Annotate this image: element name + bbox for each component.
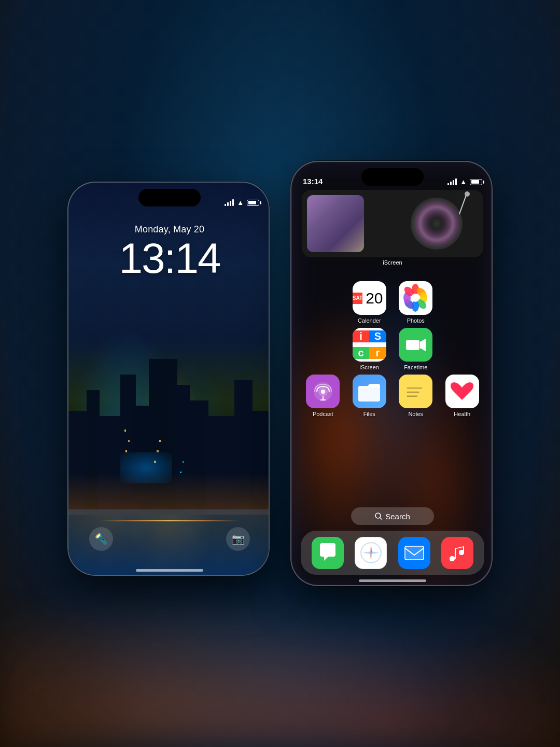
facetime-video-icon — [406, 338, 426, 352]
search-label: Search — [385, 512, 410, 521]
home-indicator — [136, 569, 203, 572]
app-row-1: SAT 20 Calender — [302, 281, 483, 324]
mail-envelope-icon — [404, 546, 424, 560]
app-empty-4 — [441, 328, 484, 370]
vinyl-widget[interactable]: vinyl — [302, 190, 483, 257]
app-photos[interactable]: Photos — [395, 281, 437, 324]
app-empty-2 — [441, 281, 484, 324]
mail-dock-icon — [398, 537, 430, 569]
app-health[interactable]: Health — [441, 375, 484, 417]
health-icon — [445, 375, 479, 408]
home-battery-icon — [470, 179, 482, 185]
calendar-day: SAT — [353, 293, 362, 304]
signal-icon — [225, 199, 234, 206]
svg-point-9 — [411, 294, 419, 302]
podcast-mic-icon — [313, 381, 333, 402]
svg-point-14 — [321, 390, 325, 394]
city-buildings — [68, 333, 270, 515]
lock-screen-phone: ▲ Monday, May 20 13:14 🔦 📷 — [67, 182, 270, 576]
app-row-3: Podcast Files — [302, 375, 483, 417]
messages-bubble-icon — [318, 543, 338, 563]
messages-dock-icon — [312, 537, 344, 569]
dock-music[interactable] — [441, 537, 473, 569]
podcast-label: Podcast — [313, 411, 333, 417]
vinyl-app-label: iScreen — [302, 259, 483, 266]
notes-label: Notes — [408, 411, 423, 417]
app-iscreen[interactable]: i S c r iScreen — [348, 328, 391, 370]
podcast-icon — [306, 375, 340, 408]
search-pill[interactable]: Search — [351, 507, 434, 525]
torch-icon: 🔦 — [95, 533, 108, 545]
lock-time: 13:14 — [68, 237, 270, 280]
dock-messages[interactable] — [312, 537, 344, 569]
calendar-label: Calender — [358, 317, 381, 324]
torch-button[interactable]: 🔦 — [89, 527, 113, 551]
app-row-2: i S c r iScreen Facetime — [302, 328, 483, 370]
health-heart-icon — [451, 381, 473, 402]
home-indicator-home — [359, 579, 426, 582]
home-signal-icon — [447, 178, 457, 185]
app-empty-3 — [302, 328, 344, 370]
home-screen-phone: 13:14 ▲ — [290, 161, 493, 586]
files-folder-icon — [358, 382, 380, 402]
iscreen-icon: i S c r — [353, 328, 386, 362]
music-note-icon — [447, 543, 467, 563]
svg-rect-10 — [406, 340, 419, 350]
svg-rect-30 — [404, 546, 424, 560]
svg-line-23 — [380, 518, 382, 519]
facetime-icon — [399, 328, 432, 362]
music-dock-icon — [441, 537, 473, 569]
files-label: Files — [363, 411, 375, 417]
app-files[interactable]: Files — [348, 375, 391, 417]
lock-bottom-controls: 🔦 📷 — [68, 527, 270, 551]
health-label: Health — [454, 411, 470, 417]
lock-date: Monday, May 20 — [68, 224, 270, 235]
notes-paper-icon — [403, 379, 428, 405]
photos-icon — [399, 281, 432, 315]
app-podcast[interactable]: Podcast — [302, 375, 344, 417]
calendar-date: 20 — [366, 290, 383, 306]
svg-marker-11 — [420, 339, 426, 351]
dynamic-island-home — [361, 168, 424, 186]
home-status-time: 13:14 — [303, 177, 323, 186]
app-facetime[interactable]: Facetime — [395, 328, 437, 370]
dynamic-island — [138, 189, 201, 206]
dock-safari[interactable] — [355, 537, 387, 569]
calendar-icon: SAT 20 — [353, 281, 386, 315]
iscreen-label: iScreen — [360, 364, 379, 370]
camera-button[interactable]: 📷 — [226, 527, 250, 551]
photos-flower-icon — [399, 281, 432, 315]
home-wifi-icon: ▲ — [460, 178, 467, 186]
vinyl-widget-container: vinyl iScreen — [302, 190, 483, 266]
wifi-icon: ▲ — [237, 199, 244, 206]
app-grid: SAT 20 Calender — [291, 281, 493, 421]
notes-icon — [399, 375, 432, 408]
battery-icon — [247, 200, 259, 206]
facetime-label: Facetime — [404, 364, 427, 370]
safari-dock-icon — [355, 537, 387, 569]
safari-compass-icon — [359, 541, 383, 564]
search-icon — [375, 513, 382, 520]
app-notes[interactable]: Notes — [395, 375, 437, 417]
photos-label: Photos — [407, 317, 425, 324]
files-icon — [353, 375, 386, 408]
svg-rect-18 — [358, 386, 380, 402]
camera-icon: 📷 — [232, 533, 245, 545]
app-calendar[interactable]: SAT 20 Calender — [348, 281, 391, 324]
dock-mail[interactable] — [398, 537, 430, 569]
dock — [301, 531, 484, 575]
app-empty-1 — [302, 281, 344, 324]
